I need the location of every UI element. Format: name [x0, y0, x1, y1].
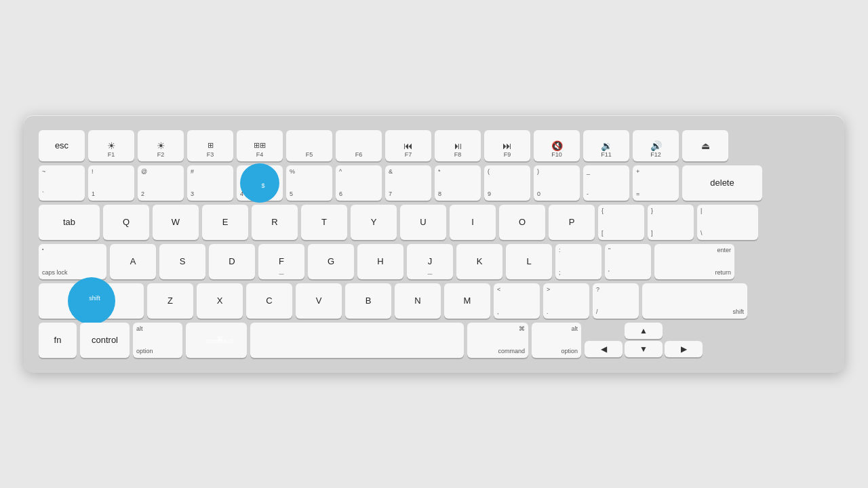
key-control[interactable]: control	[80, 323, 130, 358]
key-n[interactable]: N	[395, 283, 441, 319]
key-tilde[interactable]: ~ `	[39, 165, 85, 201]
key-backslash[interactable]: | \	[697, 205, 758, 240]
key-command-right[interactable]: ⌘ command	[467, 323, 528, 358]
key-o[interactable]: O	[499, 205, 545, 240]
key-c[interactable]: C	[246, 283, 292, 319]
key-f2[interactable]: ☀ F2	[138, 130, 184, 161]
key-z[interactable]: Z	[147, 283, 193, 319]
key-shift-left[interactable]: shift	[39, 283, 144, 319]
key-q[interactable]: Q	[103, 205, 149, 240]
key-j[interactable]: J —	[407, 244, 453, 279]
key-t[interactable]: T	[301, 205, 347, 240]
key-equals-bottom: =	[636, 190, 639, 198]
key-f11[interactable]: 🔉 F11	[583, 130, 629, 161]
arrow-top-row: ▲	[585, 323, 703, 339]
key-return[interactable]: enter return	[654, 244, 734, 279]
key-u[interactable]: U	[400, 205, 446, 240]
key-8[interactable]: * 8	[435, 165, 481, 201]
key-b[interactable]: B	[345, 283, 391, 319]
key-f7-label: F7	[405, 151, 412, 159]
key-e[interactable]: E	[202, 205, 248, 240]
key-x[interactable]: X	[197, 283, 243, 319]
key-f12[interactable]: 🔊 F12	[633, 130, 679, 161]
key-s[interactable]: S	[159, 244, 205, 279]
keyboard: esc ☀ F1 ☀ F2 ⊞ F3 ⊞⊞ F4 F5 F6 ⏮ F7 ⏯	[24, 115, 844, 373]
key-7[interactable]: & 7	[385, 165, 431, 201]
key-f8[interactable]: ⏯ F8	[435, 130, 481, 161]
key-tab[interactable]: tab	[39, 205, 100, 240]
key-p[interactable]: P	[549, 205, 595, 240]
key-delete[interactable]: delete	[682, 165, 762, 201]
key-w[interactable]: W	[153, 205, 199, 240]
key-1[interactable]: ! 1	[88, 165, 134, 201]
key-semicolon[interactable]: : ;	[555, 244, 601, 279]
key-f7[interactable]: ⏮ F7	[385, 130, 431, 161]
key-period[interactable]: > .	[543, 283, 589, 319]
key-f1[interactable]: ☀ F1	[88, 130, 134, 161]
key-3-top: #	[191, 168, 194, 176]
key-2-bottom: 2	[141, 190, 144, 198]
key-4[interactable]: $ 4	[237, 165, 283, 201]
key-tilde-top: ~	[42, 168, 45, 176]
key-f5[interactable]: F5	[286, 130, 332, 161]
key-bracket-right[interactable]: } ]	[648, 205, 694, 240]
key-d[interactable]: D	[209, 244, 255, 279]
key-y[interactable]: Y	[351, 205, 397, 240]
key-f6-label: F6	[355, 151, 363, 159]
key-arrow-up[interactable]: ▲	[625, 323, 663, 339]
key-6[interactable]: ^ 6	[336, 165, 382, 201]
key-0-top: )	[537, 168, 539, 176]
key-f11-label: F11	[601, 151, 612, 159]
key-arrow-right[interactable]: ▶	[665, 341, 703, 357]
key-eject[interactable]: ⏏	[682, 130, 728, 161]
key-2[interactable]: @ 2	[138, 165, 184, 201]
key-r[interactable]: R	[252, 205, 298, 240]
key-bracket-left[interactable]: { [	[598, 205, 644, 240]
key-tilde-bottom: `	[42, 190, 44, 198]
key-arrow-down[interactable]: ▼	[625, 341, 663, 357]
arrow-bottom-row: ◀ ▼ ▶	[585, 341, 703, 357]
key-minus[interactable]: _ -	[583, 165, 629, 201]
key-command-left[interactable]: ⌘ command	[186, 323, 247, 358]
key-f[interactable]: F —	[258, 244, 304, 279]
key-f10[interactable]: 🔇 F10	[534, 130, 580, 161]
key-v[interactable]: V	[296, 283, 342, 319]
key-f11-icon: 🔉	[601, 140, 612, 152]
key-h[interactable]: H	[357, 244, 403, 279]
key-f1-label: F1	[108, 151, 115, 159]
key-option-right[interactable]: alt option	[532, 323, 581, 358]
key-9-top: (	[488, 168, 490, 176]
key-f6[interactable]: F6	[336, 130, 382, 161]
key-k[interactable]: K	[456, 244, 502, 279]
key-shift-right[interactable]: shift	[642, 283, 747, 319]
key-f4-icon: ⊞⊞	[254, 141, 266, 150]
key-f9[interactable]: ⏭ F9	[484, 130, 530, 161]
key-0[interactable]: ) 0	[534, 165, 580, 201]
key-9[interactable]: ( 9	[484, 165, 530, 201]
key-l[interactable]: L	[506, 244, 552, 279]
bottom-row: fn control alt option ⌘ command ⌘ comman…	[39, 323, 829, 358]
key-esc[interactable]: esc	[39, 130, 85, 161]
key-1-bottom: 1	[92, 190, 95, 198]
key-eject-icon: ⏏	[701, 140, 710, 152]
key-f4[interactable]: ⊞⊞ F4	[237, 130, 283, 161]
key-caps-lock[interactable]: • caps lock	[39, 244, 106, 279]
key-g[interactable]: G	[308, 244, 354, 279]
key-3[interactable]: # 3	[187, 165, 233, 201]
key-5[interactable]: % 5	[286, 165, 332, 201]
key-a[interactable]: A	[110, 244, 156, 279]
key-equals[interactable]: + =	[633, 165, 679, 201]
key-f9-icon: ⏭	[502, 140, 512, 152]
key-quote[interactable]: " '	[605, 244, 651, 279]
key-arrow-left[interactable]: ◀	[585, 341, 623, 357]
key-option-left[interactable]: alt option	[133, 323, 182, 358]
key-slash[interactable]: ? /	[593, 283, 639, 319]
key-f3[interactable]: ⊞ F3	[187, 130, 233, 161]
key-i[interactable]: I	[450, 205, 496, 240]
key-minus-bottom: -	[587, 190, 589, 198]
key-space[interactable]	[250, 323, 464, 358]
key-m[interactable]: M	[444, 283, 490, 319]
key-comma[interactable]: < ,	[494, 283, 540, 319]
key-fn[interactable]: fn	[39, 323, 77, 358]
key-fn-label: fn	[54, 335, 62, 346]
